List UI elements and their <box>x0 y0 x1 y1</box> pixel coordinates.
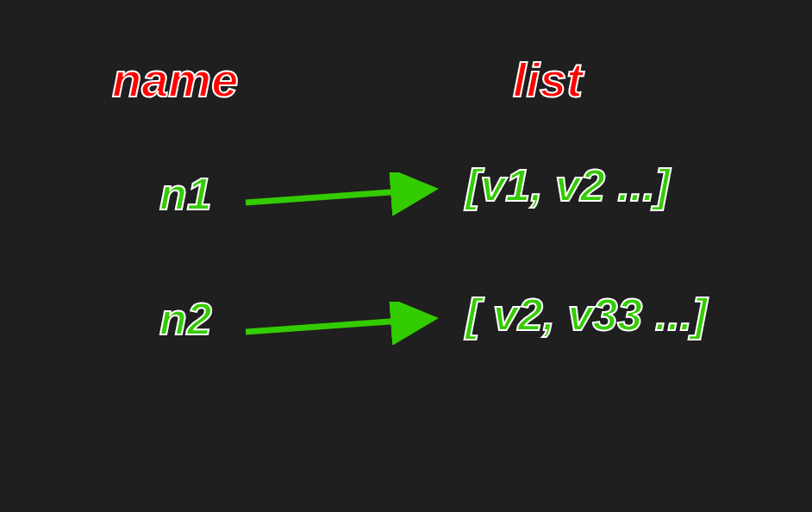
row-1-list: [v1, v2 ...] <box>465 159 670 211</box>
column-header-list: list <box>513 52 583 108</box>
row-1-name: n1 <box>159 168 212 220</box>
svg-line-3 <box>246 319 427 332</box>
row-2-list: [ v2, v33 ...] <box>465 289 707 340</box>
arrow-icon <box>241 172 448 215</box>
svg-line-1 <box>246 190 427 203</box>
row-2-name: n2 <box>159 293 212 345</box>
column-header-name: name <box>112 52 238 108</box>
arrow-icon <box>241 302 448 345</box>
